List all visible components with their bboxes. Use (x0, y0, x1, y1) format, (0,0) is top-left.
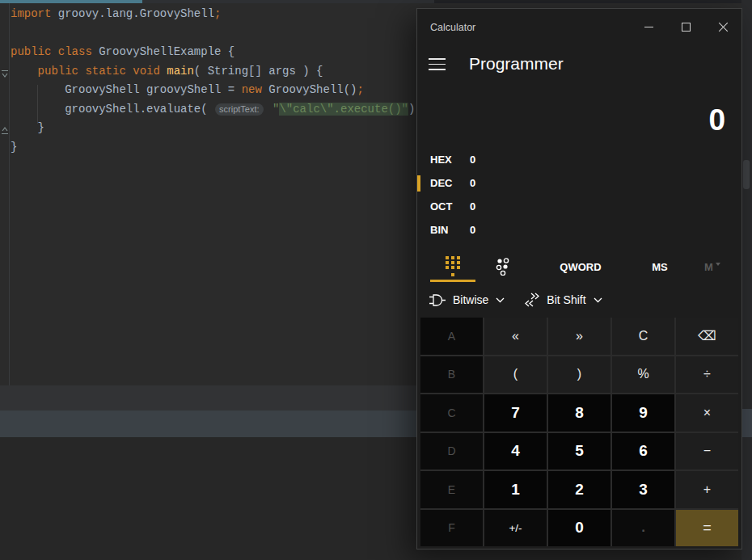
key-1[interactable]: 1 (484, 471, 547, 508)
key-5[interactable]: 5 (548, 433, 610, 470)
key-c[interactable]: C (420, 394, 483, 432)
code-token: public static void (38, 65, 167, 78)
full-keypad-icon (446, 256, 461, 277)
code-token: GroovyShell groovyShell = (11, 83, 242, 96)
memory-label: M (704, 261, 713, 273)
key-plus[interactable]: + (676, 471, 738, 508)
key-shift-right[interactable]: » (548, 318, 610, 355)
calculator-window: Calculator Programmer 0 HEX0DEC0OCT0BIN0 (416, 8, 742, 549)
code-token: public class (11, 45, 99, 58)
window-title: Calculator (430, 22, 475, 33)
key-6[interactable]: 6 (612, 433, 674, 470)
key-divide[interactable]: ÷ (676, 356, 738, 394)
code-token: ; (357, 83, 363, 96)
maximize-icon (682, 23, 691, 32)
chevron-down-icon (496, 297, 505, 303)
code-token: \"calc\".execute()" (279, 103, 408, 116)
bitwise-and-gate-icon (429, 294, 446, 306)
code-token: } (11, 141, 17, 154)
close-icon (718, 22, 729, 32)
code-token: ( String[] args ) { (194, 65, 323, 78)
minimize-button[interactable] (630, 9, 667, 45)
keypad-toolbar: QWORD MS M (417, 254, 741, 282)
radix-row-hex[interactable]: HEX0 (417, 148, 741, 171)
key-2[interactable]: 2 (548, 471, 610, 508)
memory-caret-icon (716, 263, 720, 266)
key-9[interactable]: 9 (612, 394, 674, 432)
key-percent[interactable]: % (612, 356, 674, 394)
code-token: groovy.lang.GroovyShell (58, 7, 214, 20)
desktop: import groovy.lang.GroovyShell;public cl… (0, 0, 752, 560)
calculator-display: 0 (708, 99, 725, 141)
fold-collapse-icon[interactable] (1, 68, 9, 78)
key-e[interactable]: E (420, 471, 483, 508)
rail-toolbar-strip (741, 409, 752, 437)
code-token: } (11, 121, 44, 134)
radix-panel: HEX0DEC0OCT0BIN0 (417, 148, 741, 242)
key-equals[interactable]: = (676, 510, 738, 547)
code-token: groovyShell.evaluate( (11, 103, 214, 116)
key-clear[interactable]: C (612, 318, 674, 355)
radix-row-bin[interactable]: BIN0 (417, 218, 741, 242)
bitwise-dropdown[interactable]: Bitwise (429, 293, 505, 306)
selected-radix-indicator (417, 175, 420, 192)
fold-expand-icon[interactable] (1, 124, 9, 133)
radix-row-oct[interactable]: OCT0 (417, 195, 741, 218)
key-3[interactable]: 3 (612, 471, 674, 508)
calculator-keypad: A«»C⌫B()%÷C789×D456−E123+F+/-0.= (420, 318, 738, 546)
radix-value: 0 (470, 177, 475, 189)
code-token (266, 103, 272, 116)
key-backspace[interactable]: ⌫ (676, 318, 738, 355)
bit-shift-icon (524, 293, 540, 307)
code-token: GroovyShell() (268, 83, 357, 96)
bit-toggle-keypad-button[interactable] (487, 254, 519, 280)
bitshift-label: Bit Shift (547, 293, 585, 306)
key-shift-left[interactable]: « (484, 318, 547, 355)
code-token: new (242, 83, 269, 96)
key-8[interactable]: 8 (548, 394, 610, 432)
key-close-paren[interactable]: ) (548, 356, 610, 394)
key-f[interactable]: F (420, 510, 483, 547)
key-a[interactable]: A (420, 318, 483, 355)
radix-row-dec[interactable]: DEC0 (417, 171, 741, 195)
key-0[interactable]: 0 (548, 510, 610, 547)
word-size-button[interactable]: QWORD (545, 254, 616, 280)
editor-gutter (0, 3, 10, 385)
editor-right-rail (741, 0, 752, 560)
minimize-icon (644, 27, 653, 27)
full-keypad-toggle[interactable] (430, 254, 475, 282)
close-button[interactable] (704, 9, 741, 45)
code-token: import (11, 7, 58, 20)
code-token (11, 65, 38, 78)
calculator-titlebar[interactable]: Calculator (417, 9, 741, 45)
memory-flyout-button[interactable]: M (692, 254, 733, 280)
key-4[interactable]: 4 (484, 433, 547, 470)
key-decimal[interactable]: . (612, 510, 674, 547)
inlay-hint-scripttext: scriptText: (215, 103, 264, 116)
maximize-button[interactable] (667, 9, 704, 45)
code-token: main (167, 65, 194, 78)
radix-label: OCT (430, 200, 463, 213)
bitwise-label: Bitwise (453, 293, 488, 306)
code-token: GroovyShellExample { (99, 45, 234, 58)
key-b[interactable]: B (420, 356, 483, 394)
menu-hamburger-icon[interactable] (429, 58, 446, 70)
key-negate[interactable]: +/- (484, 510, 547, 547)
memory-store-button[interactable]: MS (637, 254, 682, 280)
radix-label: DEC (430, 177, 463, 189)
bit-toggle-keypad-icon (496, 258, 511, 276)
key-d[interactable]: D (420, 433, 483, 470)
scrollbar-thumb[interactable] (743, 160, 750, 189)
radix-value: 0 (470, 200, 475, 213)
calculator-mode-title: Programmer (469, 54, 564, 74)
key-multiply[interactable]: × (676, 394, 738, 432)
key-7[interactable]: 7 (484, 394, 547, 432)
window-controls (630, 9, 741, 45)
radix-value: 0 (470, 154, 475, 166)
key-minus[interactable]: − (676, 433, 738, 470)
operators-bar: Bitwise Bit Shift (417, 282, 741, 318)
bitshift-dropdown[interactable]: Bit Shift (524, 293, 602, 307)
key-open-paren[interactable]: ( (484, 356, 547, 394)
chevron-down-icon (594, 297, 602, 303)
code-token: ; (214, 7, 221, 20)
